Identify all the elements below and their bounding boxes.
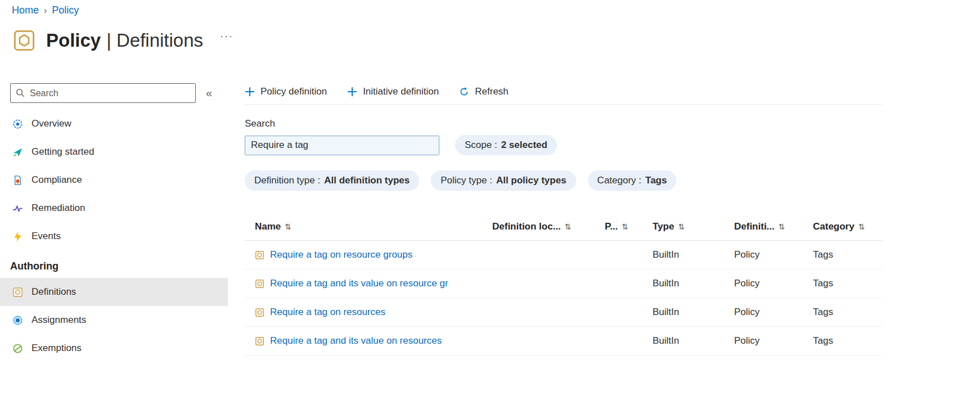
getting-started-icon xyxy=(12,147,23,158)
column-header-policies[interactable]: P...⇅ xyxy=(605,217,653,241)
cell-policies xyxy=(605,298,653,327)
sidebar-item-label: Events xyxy=(32,231,61,242)
initiative-definition-button[interactable]: Initiative definition xyxy=(347,86,439,97)
definition-link[interactable]: Require a tag on resource groups xyxy=(270,249,412,260)
policy-definition-icon xyxy=(255,308,264,317)
sidebar-item-label: Compliance xyxy=(32,174,82,186)
cell-definition-location xyxy=(492,269,605,298)
pill-value: 2 selected xyxy=(501,140,547,151)
sort-icon: ⇅ xyxy=(622,222,628,231)
sidebar-item-label: Overview xyxy=(32,118,71,129)
policy-definition-icon xyxy=(255,336,264,346)
cell-definition-type: Policy xyxy=(734,327,813,356)
sidebar-section-authoring: Authoring xyxy=(0,250,228,278)
table-row: Require a tag and its value on resources… xyxy=(245,327,882,356)
definitions-search-input[interactable] xyxy=(245,136,439,155)
column-header-definition-location[interactable]: Definition loc...⇅ xyxy=(492,217,605,241)
definition-link[interactable]: Require a tag and its value on resources xyxy=(270,335,442,347)
column-label: Category xyxy=(813,221,855,232)
sidebar: « Overview Getting started xyxy=(0,79,228,362)
cell-type: BuiltIn xyxy=(653,241,734,269)
sidebar-item-label: Exemptions xyxy=(32,343,82,354)
page-header: Policy | Definitions ··· xyxy=(12,28,233,53)
pill-label: Category : xyxy=(597,175,641,186)
policy-definition-label: Policy definition xyxy=(260,86,327,97)
column-header-definition-type[interactable]: Definiti...⇅ xyxy=(734,217,813,241)
pill-value: Tags xyxy=(645,175,667,186)
refresh-button[interactable]: Refresh xyxy=(459,86,509,97)
filter-pill-category[interactable]: Category : Tags xyxy=(588,170,677,191)
more-options-button[interactable]: ··· xyxy=(220,30,233,42)
cell-definition-type: Policy xyxy=(734,298,813,327)
assignments-icon xyxy=(12,315,23,326)
policy-definition-button[interactable]: Policy definition xyxy=(245,86,327,97)
cell-definition-location xyxy=(492,327,605,356)
table-row: Require a tag on resources BuiltIn Polic… xyxy=(245,298,882,327)
sort-icon: ⇅ xyxy=(565,222,572,231)
pill-label: Scope : xyxy=(465,140,497,151)
definition-link[interactable]: Require a tag and its value on resource … xyxy=(270,278,448,289)
page-title-secondary: | Definitions xyxy=(106,30,203,51)
breadcrumb-policy-link[interactable]: Policy xyxy=(52,5,79,16)
sidebar-item-definitions[interactable]: Definitions xyxy=(0,278,228,306)
definition-link[interactable]: Require a tag on resources xyxy=(270,307,385,318)
events-icon xyxy=(12,231,23,242)
cell-category: Tags xyxy=(813,269,882,298)
search-label: Search xyxy=(245,118,882,129)
compliance-icon xyxy=(12,175,23,186)
sidebar-item-exemptions[interactable]: Exemptions xyxy=(0,334,228,362)
breadcrumb: Home › Policy xyxy=(12,5,79,16)
refresh-label: Refresh xyxy=(475,86,509,97)
sidebar-item-compliance[interactable]: Compliance xyxy=(0,166,228,194)
filter-pill-policy-type[interactable]: Policy type : All policy types xyxy=(431,170,576,191)
policy-definition-icon xyxy=(255,250,264,260)
policy-icon xyxy=(12,28,36,53)
filter-pill-scope[interactable]: Scope : 2 selected xyxy=(455,135,557,155)
cell-definition-type: Policy xyxy=(734,241,813,269)
initiative-definition-label: Initiative definition xyxy=(363,86,439,97)
cell-policies xyxy=(605,269,653,298)
column-header-type[interactable]: Type⇅ xyxy=(653,217,734,241)
cell-category: Tags xyxy=(813,327,882,356)
cell-type: BuiltIn xyxy=(653,327,734,356)
column-header-category[interactable]: Category⇅ xyxy=(813,217,882,241)
cell-type: BuiltIn xyxy=(653,269,734,298)
command-bar: Policy definition Initiative definition … xyxy=(245,79,882,105)
cell-category: Tags xyxy=(813,298,882,327)
definitions-icon xyxy=(12,287,23,298)
sidebar-item-remediation[interactable]: Remediation xyxy=(0,194,228,222)
sidebar-item-events[interactable]: Events xyxy=(0,222,228,250)
main-content: Policy definition Initiative definition … xyxy=(245,79,882,356)
collapse-sidebar-button[interactable]: « xyxy=(206,87,212,100)
search-icon xyxy=(15,88,25,98)
cell-type: BuiltIn xyxy=(653,298,734,327)
sidebar-search-input[interactable] xyxy=(10,83,196,103)
sidebar-search xyxy=(10,83,196,103)
breadcrumb-home-link[interactable]: Home xyxy=(12,5,39,16)
table-header-row: Name⇅ Definition loc...⇅ P...⇅ Type⇅ Def… xyxy=(245,217,882,241)
column-header-name[interactable]: Name⇅ xyxy=(245,217,492,241)
pill-label: Definition type : xyxy=(254,175,320,186)
sidebar-nav: Overview Getting started Compliance xyxy=(0,110,228,362)
column-label: Definition loc... xyxy=(492,221,561,232)
policy-definition-icon xyxy=(255,279,264,289)
sidebar-item-getting-started[interactable]: Getting started xyxy=(0,138,228,166)
pill-value: All definition types xyxy=(324,175,410,186)
sort-icon: ⇅ xyxy=(779,222,785,231)
sidebar-item-overview[interactable]: Overview xyxy=(0,110,228,138)
filter-pill-definition-type[interactable]: Definition type : All definition types xyxy=(245,170,419,191)
table-row: Require a tag on resource groups BuiltIn… xyxy=(245,241,882,269)
sidebar-item-label: Remediation xyxy=(32,203,85,214)
breadcrumb-separator-icon: › xyxy=(44,6,47,16)
sidebar-item-assignments[interactable]: Assignments xyxy=(0,306,228,334)
exemptions-icon xyxy=(12,343,23,354)
plus-icon xyxy=(245,87,255,97)
sidebar-item-label: Assignments xyxy=(32,314,86,326)
column-label: Type xyxy=(653,221,674,232)
sort-icon: ⇅ xyxy=(285,222,291,231)
sidebar-item-label: Getting started xyxy=(32,146,95,158)
sort-icon: ⇅ xyxy=(858,222,865,231)
cell-policies xyxy=(605,241,653,269)
page-title: Policy | Definitions xyxy=(46,30,203,51)
column-label: P... xyxy=(605,221,618,232)
